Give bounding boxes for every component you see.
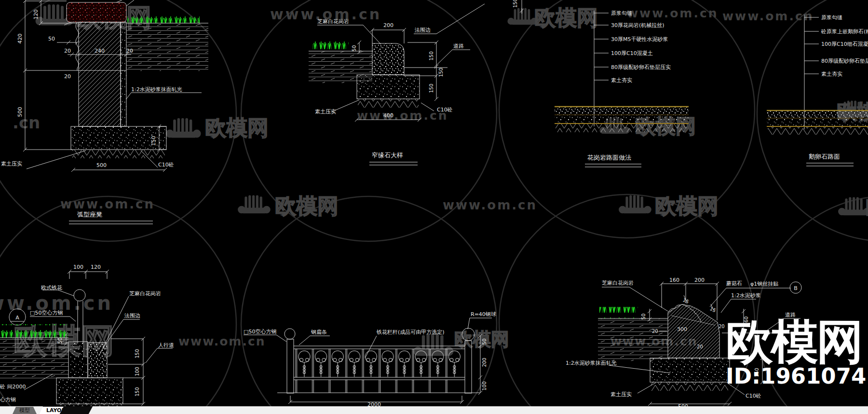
label-concrete: C10砼 bbox=[437, 107, 453, 113]
label-edge: 法围边 bbox=[124, 313, 140, 319]
label-mortar-finish: 1:2水泥砂浆抹面轧光 bbox=[566, 360, 617, 366]
label-square-steel: □50空心方钢 bbox=[30, 310, 63, 316]
dim-300: 300 bbox=[677, 326, 687, 332]
label-soil: 素土压实 bbox=[610, 391, 632, 398]
planting bbox=[312, 40, 349, 51]
label-mushroom-stone: 蘑菇石 bbox=[726, 280, 742, 287]
bench-title: 弧型座凳 bbox=[77, 211, 102, 218]
curb-block bbox=[68, 342, 88, 378]
foundation bbox=[650, 358, 730, 382]
dim-20: 20 bbox=[697, 344, 703, 349]
curb-stone bbox=[372, 43, 404, 75]
dim-50: 50 bbox=[641, 314, 646, 320]
label-road: 道路 bbox=[453, 43, 464, 49]
subgrade-hatch bbox=[72, 150, 165, 158]
planting bbox=[599, 307, 638, 318]
foundation bbox=[56, 378, 123, 404]
dim-120: 120 bbox=[91, 264, 101, 270]
dim-20: 20 bbox=[652, 329, 658, 334]
dim-50: 50 bbox=[352, 45, 357, 52]
label-edge: 法围边 bbox=[414, 27, 431, 33]
dim-50: 50 bbox=[482, 339, 487, 345]
watermark-brand: 欧模网 bbox=[866, 195, 868, 220]
layer-label: 100厚C10混凝土 bbox=[611, 50, 653, 56]
watermark-url: www.om.cn bbox=[627, 6, 719, 20]
layout-tab-bar: 模型 LAYOUT1 bbox=[0, 406, 868, 414]
planting bbox=[0, 324, 68, 338]
site-logo-brand: 欧模网 bbox=[726, 314, 862, 369]
fence-lower-bars bbox=[295, 380, 462, 393]
label-steel-ball: R=40钢球 bbox=[471, 311, 496, 317]
dim-150: 150 bbox=[429, 51, 434, 60]
dim-420: 420 bbox=[17, 34, 23, 44]
watermark-url: www.om.cn bbox=[443, 198, 537, 212]
site-logo-id: ID:1961074 bbox=[726, 363, 866, 389]
dim-100: 100 bbox=[135, 367, 140, 376]
label-steel-cut: 心方钢 bbox=[0, 397, 16, 403]
dim-120: 120 bbox=[33, 10, 39, 20]
subgrade-hatch bbox=[651, 382, 728, 391]
dim-20: 20 bbox=[64, 73, 71, 80]
watermark-url: www.om.cn bbox=[60, 197, 155, 211]
dim-500: 500 bbox=[96, 162, 107, 168]
dim-150: 150 bbox=[135, 387, 140, 396]
dim-200: 200 bbox=[383, 22, 393, 28]
dim-200: 200 bbox=[694, 277, 705, 283]
layer-label: 30厚M5干硬性水泥砂浆 bbox=[611, 36, 668, 42]
watermark-url: www.om.cn bbox=[178, 334, 266, 348]
layer-label: 30厚花岗岩(机械拉丝) bbox=[611, 22, 665, 28]
fence-panels bbox=[295, 349, 462, 377]
granite-facing bbox=[121, 22, 126, 126]
cad-canvas: 欧模网 欧模网 欧模网 欧模网 欧模网 欧模网 欧模网 欧模网 欧模网 欧模网 … bbox=[0, 0, 868, 414]
tab-model[interactable]: 模型 bbox=[13, 407, 37, 414]
layer-label: 原浆勾缝 bbox=[611, 10, 632, 16]
watermark-url: www.om.cn bbox=[722, 9, 814, 23]
dim-100: 100 bbox=[73, 264, 83, 270]
bench-seat bbox=[67, 2, 126, 22]
watermark-brand: 欧模网 bbox=[655, 193, 719, 218]
layer-label: 原浆勾缝 bbox=[821, 14, 842, 21]
layer-label: 素土夯实 bbox=[611, 77, 632, 83]
layer-label: 80厚级配砂卵石垫层压实 bbox=[821, 58, 868, 64]
dim-200: 200 bbox=[482, 358, 487, 367]
watermark-arc-over-tabbar bbox=[60, 406, 93, 414]
layer-label: 100厚C10细石混凝土 bbox=[821, 41, 868, 47]
label-granite: 芝麻白花岗岩 bbox=[129, 290, 161, 297]
label-soil: 素土压实 bbox=[1, 161, 22, 167]
dim-20: 20 bbox=[719, 324, 725, 329]
soil-block bbox=[598, 318, 668, 361]
subgrade-hatch bbox=[358, 99, 419, 108]
tab-model-label: 模型 bbox=[19, 407, 30, 414]
label-mortar: 1:2水泥砂浆 bbox=[731, 292, 761, 299]
dim-150: 150 bbox=[513, 0, 518, 8]
site-logo: 欧模网 ID:1961074 bbox=[726, 314, 866, 389]
label-granite: 芝麻白花岗岩 bbox=[602, 280, 634, 286]
granite-block bbox=[88, 343, 107, 378]
dim-20: 20 bbox=[126, 48, 133, 54]
label-concrete: C10砼 bbox=[746, 393, 761, 399]
dim-500v: 500 bbox=[17, 107, 23, 117]
label-flat-bar: 钢扁条 bbox=[311, 329, 327, 335]
watermark-brand: 欧模网 bbox=[205, 115, 269, 140]
soil-block bbox=[126, 23, 208, 71]
dim-150: 150 bbox=[150, 136, 157, 146]
pavement-section bbox=[767, 110, 868, 135]
section-marker-letter: A bbox=[15, 315, 19, 321]
label-mortar-finish: 1:2水泥砂浆抹面轧光 bbox=[131, 86, 182, 93]
layer-label: 80厚级配砂卵石垫层压实 bbox=[611, 64, 671, 70]
watermark-url: www.om.cn bbox=[357, 109, 448, 123]
dim-150: 150 bbox=[429, 83, 434, 93]
label-soil: 素土压实 bbox=[315, 109, 336, 115]
dim-160: 160 bbox=[669, 277, 679, 283]
label-granite: 芝麻白花岗岩 bbox=[317, 18, 349, 25]
dim-240: 240 bbox=[95, 48, 105, 54]
layer-label: 素土夯实 bbox=[821, 71, 842, 77]
curb-title: 窄缘石大样 bbox=[372, 152, 403, 159]
bench-wall bbox=[79, 22, 121, 126]
label-panel: 铁花栏杆(成品可由甲方选定) bbox=[376, 329, 445, 335]
granite-title: 花岗岩路面做法 bbox=[587, 154, 631, 161]
label-spacing: 砼 间2000 bbox=[0, 384, 26, 390]
dim-400: 400 bbox=[383, 112, 393, 119]
watermark-brand: 欧模网 bbox=[275, 193, 339, 218]
foundation bbox=[357, 75, 420, 99]
